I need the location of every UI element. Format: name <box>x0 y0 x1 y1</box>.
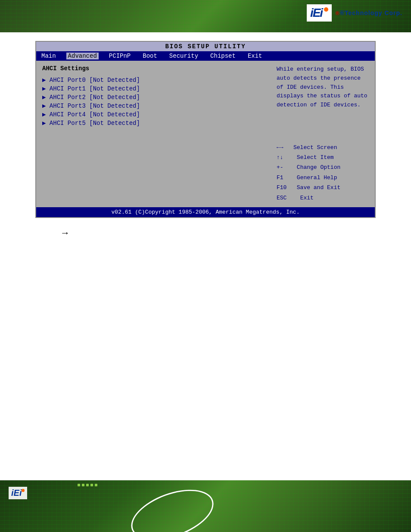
logo-box: iEi <box>307 4 332 22</box>
bios-left-panel: AHCI Settings ▶ AHCI Port0 [Not Detected… <box>36 61 271 207</box>
section-title: AHCI Settings <box>42 65 265 72</box>
bottom-logo-box: iEi <box>9 487 27 499</box>
port3-item[interactable]: ▶ AHCI Port3 [Not Detected] <box>42 102 265 109</box>
bios-body: AHCI Settings ▶ AHCI Port0 [Not Detected… <box>36 61 375 207</box>
bios-title: BIOS SETUP UTILITY <box>36 42 375 51</box>
bottom-dot <box>22 489 25 492</box>
bottom-banner: iEi <box>0 480 411 532</box>
menu-pcipnp[interactable]: PCIPnP <box>107 53 132 59</box>
menu-chipset[interactable]: Chipset <box>209 53 237 59</box>
arrow-icon: → <box>60 227 70 239</box>
circuit-decoration <box>78 484 97 486</box>
menu-main[interactable]: Main <box>40 53 58 59</box>
key-legend: ←→ Select Screen ↑↓ Select Item +- Chang… <box>277 143 370 203</box>
arrow-section: → <box>34 218 377 243</box>
port2-item[interactable]: ▶ AHCI Port2 [Not Detected] <box>42 93 265 101</box>
bios-footer: v02.61 (C)Copyright 1985-2006, American … <box>36 207 375 217</box>
logo-dot <box>324 7 328 12</box>
bios-menu-bar: Main Advanced PCIPnP Boot Security Chips… <box>36 51 375 61</box>
key-esc: ESC Exit <box>277 193 370 203</box>
menu-security[interactable]: Security <box>168 53 200 59</box>
key-select-screen: ←→ Select Screen <box>277 143 370 152</box>
bios-screen: BIOS SETUP UTILITY Main Advanced PCIPnP … <box>35 41 376 218</box>
logo-subtitle: ®®Technology Corp. <box>335 9 402 16</box>
port0-item[interactable]: ▶ AHCI Port0 [Not Detected] <box>42 76 265 84</box>
port5-item[interactable]: ▶ AHCI Port5 [Not Detected] <box>42 119 265 127</box>
menu-exit[interactable]: Exit <box>246 53 264 59</box>
port1-item[interactable]: ▶ AHCI Port1 [Not Detected] <box>42 85 265 92</box>
help-text: While entering setup, BIOS auto detects … <box>277 65 370 110</box>
key-change-option: +- Change Option <box>277 162 370 172</box>
menu-boot[interactable]: Boot <box>141 53 159 59</box>
logo-iei: iEi <box>310 6 322 20</box>
port4-item[interactable]: ▶ AHCI Port4 [Not Detected] <box>42 111 265 118</box>
logo-area: iEi ®®Technology Corp. <box>307 4 402 22</box>
bottom-logo: iEi <box>9 487 27 499</box>
top-banner: iEi ®®Technology Corp. <box>0 0 411 32</box>
bios-right-panel: While entering setup, BIOS auto detects … <box>271 61 375 207</box>
bottom-logo-text: iEi <box>11 488 22 498</box>
key-save-exit: F10 Save and Exit <box>277 183 370 193</box>
menu-advanced[interactable]: Advanced <box>66 53 99 59</box>
key-general-help: F1 General Help <box>277 173 370 183</box>
main-content: BIOS SETUP UTILITY Main Advanced PCIPnP … <box>0 32 411 252</box>
key-select-item: ↑↓ Select Item <box>277 152 370 162</box>
decorative-curve <box>125 480 220 532</box>
